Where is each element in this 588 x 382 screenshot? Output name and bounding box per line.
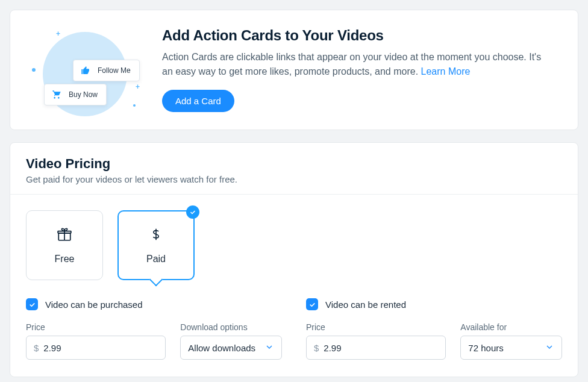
download-options-value: Allow downloads (188, 343, 255, 353)
rent-checkbox[interactable] (306, 298, 318, 310)
action-cards-illustration: + + Follow Me Buy Now (25, 25, 145, 115)
illus-follow-label: Follow Me (98, 66, 131, 75)
dollar-icon (148, 226, 164, 243)
rent-price-input-wrapper[interactable]: $ (306, 336, 446, 360)
purchase-price-input[interactable] (43, 343, 158, 353)
illus-buy-card: Buy Now (44, 84, 107, 105)
purchase-column: Video can be purchased Price $ Download … (26, 298, 282, 360)
check-badge-icon (186, 205, 199, 219)
tier-paid-label: Paid (146, 254, 166, 265)
chevron-down-icon (545, 342, 554, 354)
rent-checkbox-label: Video can be rented (325, 299, 406, 310)
pricing-tier-row: Free Paid (10, 195, 578, 287)
rent-price-input[interactable] (324, 343, 438, 353)
tier-paid[interactable]: Paid (117, 210, 195, 280)
purchase-checkbox-label: Video can be purchased (45, 299, 143, 310)
purchase-price-label: Price (26, 322, 166, 332)
gift-icon (56, 226, 73, 243)
chevron-down-icon (264, 342, 274, 354)
illus-follow-card: Follow Me (73, 60, 140, 81)
cart-icon (51, 89, 63, 100)
action-cards-panel: + + Follow Me Buy Now Add Action Cards t… (10, 10, 578, 130)
available-for-label: Available for (460, 322, 562, 332)
add-card-button[interactable]: Add a Card (162, 90, 234, 112)
download-options-label: Download options (180, 322, 282, 332)
thumbs-up-icon (80, 65, 92, 76)
illus-buy-label: Buy Now (69, 90, 98, 99)
purchase-checkbox[interactable] (26, 298, 38, 310)
learn-more-link[interactable]: Learn More (421, 66, 471, 77)
tier-free[interactable]: Free (26, 210, 103, 280)
rent-column: Video can be rented Price $ Available fo… (306, 298, 562, 360)
action-cards-description-text: Action Cards are clickable links that ap… (162, 52, 541, 77)
currency-symbol: $ (34, 343, 39, 353)
pricing-subtitle: Get paid for your videos or let viewers … (26, 174, 562, 184)
action-cards-title: Add Action Cards to Your Videos (162, 27, 563, 44)
tier-free-label: Free (55, 254, 75, 265)
rent-price-label: Price (306, 322, 446, 332)
available-for-value: 72 hours (468, 343, 503, 353)
currency-symbol: $ (314, 343, 319, 353)
available-for-select[interactable]: 72 hours (460, 336, 562, 360)
video-pricing-panel: Video Pricing Get paid for your videos o… (10, 142, 578, 377)
pricing-title: Video Pricing (26, 156, 562, 172)
action-cards-description: Action Cards are clickable links that ap… (162, 50, 548, 79)
download-options-select[interactable]: Allow downloads (180, 336, 282, 360)
purchase-price-input-wrapper[interactable]: $ (26, 336, 166, 360)
